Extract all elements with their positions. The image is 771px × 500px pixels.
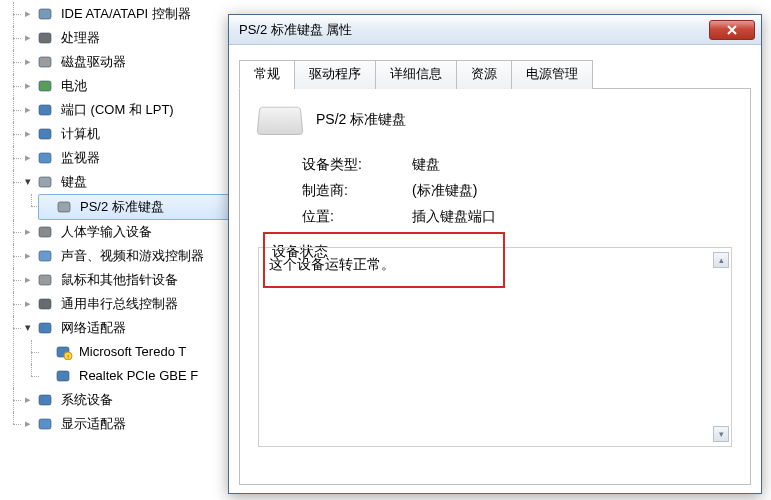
device-status-group: 设备状态 这个设备运转正常。 ▴ ▾ — [258, 247, 732, 447]
tree-item-label: 计算机 — [59, 122, 100, 146]
tree-item[interactable]: 监视器 — [6, 146, 230, 170]
chip-icon — [37, 6, 55, 22]
battery-icon — [37, 78, 55, 94]
cpu-icon — [37, 30, 55, 46]
computer-icon — [37, 126, 55, 142]
svg-rect-13 — [39, 323, 51, 333]
tree-item[interactable]: 显示适配器 — [6, 412, 230, 436]
net-icon — [55, 368, 73, 384]
svg-rect-18 — [39, 395, 51, 405]
tree-item-label: 声音、视频和游戏控制器 — [59, 244, 204, 268]
tree-item-label: 通用串行总线控制器 — [59, 292, 178, 316]
tab-3[interactable]: 资源 — [456, 60, 512, 89]
info-row: 设备类型: 键盘 — [302, 151, 732, 177]
hid-icon — [37, 224, 55, 240]
tree-expander-icon[interactable] — [22, 227, 33, 238]
svg-rect-10 — [39, 251, 51, 261]
usb-icon — [37, 296, 55, 312]
tree-item-label: 网络适配器 — [59, 316, 126, 340]
tree-item[interactable]: 键盘 — [6, 170, 230, 194]
tab-0[interactable]: 常规 — [239, 60, 295, 89]
tree-item-label: 处理器 — [59, 26, 100, 50]
tree-item[interactable]: 网络适配器 — [6, 316, 230, 340]
svg-rect-4 — [39, 105, 51, 115]
tree-item[interactable]: 通用串行总线控制器 — [6, 292, 230, 316]
svg-rect-6 — [39, 153, 51, 163]
info-value: 键盘 — [412, 151, 440, 177]
tree-expander-icon[interactable] — [22, 419, 33, 430]
tree-expander-icon[interactable] — [22, 9, 33, 20]
tree-expander-icon[interactable] — [22, 81, 33, 92]
scroll-down-button[interactable]: ▾ — [713, 426, 729, 442]
tree-expander-icon[interactable] — [22, 299, 33, 310]
close-button[interactable] — [709, 20, 755, 40]
tree-item-label: PS/2 标准键盘 — [78, 195, 164, 219]
tab-panel-general: PS/2 标准键盘 设备类型: 键盘 制造商: (标准键盘) 位置: 插入键盘端… — [239, 89, 751, 485]
tree-item[interactable]: 电池 — [6, 74, 230, 98]
svg-rect-1 — [39, 33, 51, 43]
sound-icon — [37, 248, 55, 264]
tree-item[interactable]: ! Microsoft Teredo T — [24, 340, 230, 364]
tree-item[interactable]: 鼠标和其他指针设备 — [6, 268, 230, 292]
svg-rect-12 — [39, 299, 51, 309]
tree-item-label: 磁盘驱动器 — [59, 50, 126, 74]
tree-expander-icon[interactable] — [22, 275, 33, 286]
device-tree[interactable]: IDE ATA/ATAPI 控制器 处理器 磁盘驱动器 电池 端口 (COM 和 — [0, 0, 230, 436]
status-scrollbar[interactable]: ▴ ▾ — [713, 252, 729, 442]
status-textbox[interactable]: 这个设备运转正常。 ▴ ▾ — [258, 247, 732, 447]
tree-expander-icon[interactable] — [22, 105, 33, 116]
svg-rect-8 — [58, 202, 70, 212]
tree-item-label: 人体学输入设备 — [59, 220, 152, 244]
tree-item[interactable]: PS/2 标准键盘 — [38, 194, 230, 220]
tree-expander-icon[interactable] — [22, 323, 33, 334]
info-key: 设备类型: — [302, 151, 380, 177]
tree-item-label: 鼠标和其他指针设备 — [59, 268, 178, 292]
tree-item-label: 端口 (COM 和 LPT) — [59, 98, 174, 122]
svg-rect-19 — [39, 419, 51, 429]
tree-item[interactable]: IDE ATA/ATAPI 控制器 — [6, 2, 230, 26]
tab-1[interactable]: 驱动程序 — [294, 60, 376, 89]
properties-dialog: PS/2 标准键盘 属性 常规驱动程序详细信息资源电源管理 PS/2 标准键盘 … — [228, 14, 762, 494]
port-icon — [37, 102, 55, 118]
tree-item[interactable]: 处理器 — [6, 26, 230, 50]
tree-item-label: IDE ATA/ATAPI 控制器 — [59, 2, 191, 26]
device-info: 设备类型: 键盘 制造商: (标准键盘) 位置: 插入键盘端口 — [302, 151, 732, 229]
svg-rect-9 — [39, 227, 51, 237]
svg-rect-0 — [39, 9, 51, 19]
mouse-icon — [37, 272, 55, 288]
tree-expander-icon[interactable] — [22, 177, 33, 188]
neterr-icon: ! — [55, 344, 73, 360]
tree-expander-icon[interactable] — [22, 57, 33, 68]
tree-item[interactable]: 人体学输入设备 — [6, 220, 230, 244]
tree-item[interactable]: 声音、视频和游戏控制器 — [6, 244, 230, 268]
dialog-titlebar[interactable]: PS/2 标准键盘 属性 — [229, 15, 761, 45]
tree-item[interactable]: Realtek PCIe GBE F — [24, 364, 230, 388]
tree-item[interactable]: 磁盘驱动器 — [6, 50, 230, 74]
scroll-up-button[interactable]: ▴ — [713, 252, 729, 268]
tree-item-label: 电池 — [59, 74, 87, 98]
tree-item-label: Realtek PCIe GBE F — [77, 364, 198, 388]
tab-4[interactable]: 电源管理 — [511, 60, 593, 89]
svg-rect-3 — [39, 81, 51, 91]
tree-expander-icon[interactable] — [22, 153, 33, 164]
tree-expander-icon[interactable] — [22, 33, 33, 44]
keyboard-icon — [256, 107, 303, 135]
tree-expander-icon[interactable] — [22, 395, 33, 406]
info-row: 位置: 插入键盘端口 — [302, 203, 732, 229]
monitor-icon — [37, 150, 55, 166]
svg-rect-11 — [39, 275, 51, 285]
info-value: (标准键盘) — [412, 177, 477, 203]
device-name: PS/2 标准键盘 — [316, 111, 406, 129]
info-key: 制造商: — [302, 177, 380, 203]
tree-expander-icon[interactable] — [22, 129, 33, 140]
status-text: 这个设备运转正常。 — [269, 256, 395, 272]
tree-item-label: 显示适配器 — [59, 412, 126, 436]
tree-expander-icon[interactable] — [22, 251, 33, 262]
svg-rect-7 — [39, 177, 51, 187]
tree-item[interactable]: 计算机 — [6, 122, 230, 146]
tree-item[interactable]: 端口 (COM 和 LPT) — [6, 98, 230, 122]
svg-rect-5 — [39, 129, 51, 139]
info-row: 制造商: (标准键盘) — [302, 177, 732, 203]
tree-item[interactable]: 系统设备 — [6, 388, 230, 412]
tab-2[interactable]: 详细信息 — [375, 60, 457, 89]
